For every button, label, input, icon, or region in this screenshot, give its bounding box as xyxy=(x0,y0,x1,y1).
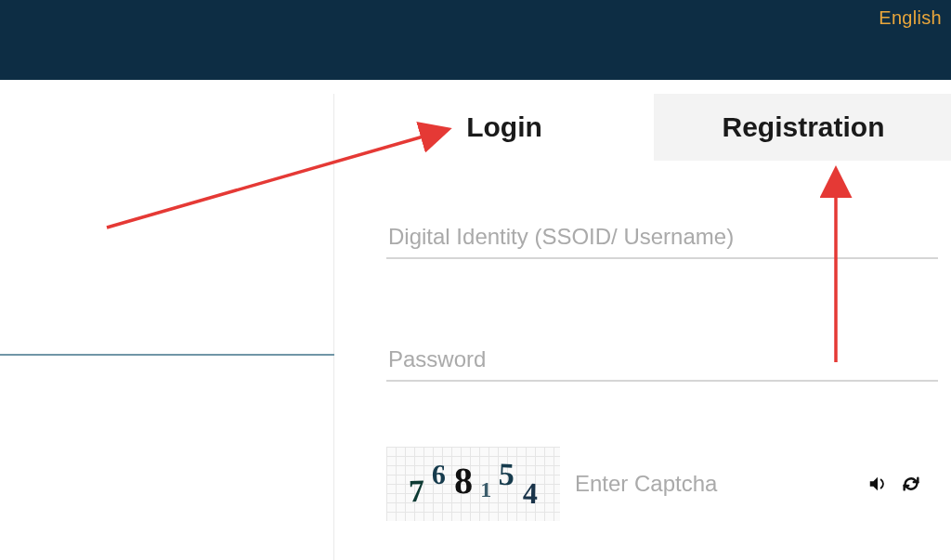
captcha-audio-icon[interactable] xyxy=(867,472,888,496)
captcha-digit: 8 xyxy=(453,458,473,501)
captcha-image: 7 6 8 1 5 4 xyxy=(386,447,560,521)
login-form: 7 6 8 1 5 4 xyxy=(355,161,951,521)
language-link[interactable]: English xyxy=(879,7,942,29)
password-input[interactable] xyxy=(386,339,938,382)
left-panel-divider xyxy=(0,354,334,356)
captcha-digit: 6 xyxy=(432,459,447,490)
captcha-digit: 7 xyxy=(408,474,424,510)
identity-input[interactable] xyxy=(386,216,938,259)
auth-panel: Login Registration 7 6 8 1 5 4 xyxy=(355,94,951,521)
captcha-input[interactable] xyxy=(573,463,854,504)
tab-registration[interactable]: Registration xyxy=(654,94,951,161)
auth-tabs: Login Registration xyxy=(355,94,951,161)
left-info-panel xyxy=(0,94,334,560)
captcha-digit: 1 xyxy=(480,477,491,502)
top-header-bar: English xyxy=(0,0,951,80)
captcha-row: 7 6 8 1 5 4 xyxy=(386,447,921,521)
tab-login[interactable]: Login xyxy=(355,94,654,161)
captcha-digit: 5 xyxy=(499,457,515,493)
captcha-refresh-icon[interactable] xyxy=(901,472,921,496)
captcha-digit: 4 xyxy=(522,475,538,510)
